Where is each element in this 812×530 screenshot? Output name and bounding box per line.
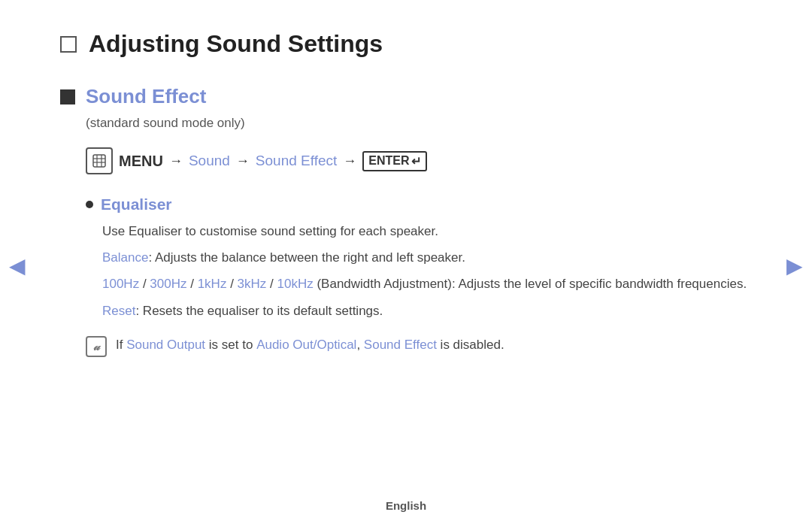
page-title-block: Adjusting Sound Settings <box>60 30 752 58</box>
note-prefix: If <box>116 338 126 352</box>
balance-label: Balance <box>102 250 148 265</box>
reset-line: Reset: Resets the equaliser to its defau… <box>102 301 752 321</box>
reset-label: Reset <box>102 304 135 318</box>
equaliser-description-block: Use Equaliser to customise sound setting… <box>102 221 752 321</box>
freq-separator-1: / <box>143 277 150 291</box>
note-block: 𝓊 If Sound Output is set to Audio Out/Op… <box>86 335 752 357</box>
equaliser-title: Equaliser <box>101 195 172 214</box>
freq-10k: 10kHz <box>277 277 314 291</box>
freq-1k: 1kHz <box>198 277 227 291</box>
freq-separator-4: / <box>270 277 277 291</box>
note-icon: 𝓊 <box>86 336 107 357</box>
reset-desc: : Resets the equaliser to its default se… <box>135 304 383 318</box>
note-text: If Sound Output is set to Audio Out/Opti… <box>116 335 504 355</box>
note-sound-output: Sound Output <box>126 338 205 352</box>
svg-rect-0 <box>93 155 105 167</box>
menu-remote-icon <box>86 147 113 174</box>
nav-arrow-right[interactable]: ▶ <box>786 253 803 277</box>
page-container: Adjusting Sound Settings Sound Effect (s… <box>0 0 812 530</box>
note-suffix: is disabled. <box>437 338 504 352</box>
bullet-dot-icon <box>86 201 93 208</box>
balance-line: Balance: Adjusts the balance between the… <box>102 247 752 268</box>
note-sound-effect: Sound Effect <box>364 338 437 352</box>
note-audio-out: Audio Out/Optical <box>256 338 356 352</box>
equaliser-description: Use Equaliser to customise sound setting… <box>102 221 752 241</box>
sound-effect-nav-label: Sound Effect <box>256 153 337 169</box>
menu-path: MENU → Sound → Sound Effect → ENTER <box>86 147 752 174</box>
footer-language: English <box>386 499 426 512</box>
arrow1: → <box>169 153 183 169</box>
nav-arrow-left[interactable]: ◀ <box>9 253 26 277</box>
freq-300: 300Hz <box>150 277 186 291</box>
page-title: Adjusting Sound Settings <box>89 30 383 58</box>
freq-100: 100Hz <box>102 277 139 291</box>
menu-label: MENU <box>119 153 163 170</box>
sound-nav-label: Sound <box>189 153 230 169</box>
arrow2: → <box>236 153 250 169</box>
balance-desc: : Adjusts the balance between the right … <box>148 250 465 265</box>
subtitle: (standard sound mode only) <box>86 116 752 131</box>
note-comma: , <box>356 338 360 352</box>
freq-desc: (Bandwidth Adjustment): Adjusts the leve… <box>317 277 747 291</box>
equaliser-bullet: Equaliser <box>86 195 752 214</box>
section-square-icon <box>60 89 75 104</box>
section-header: Sound Effect <box>60 85 752 108</box>
note-middle: is set to <box>205 338 256 352</box>
freq-separator-2: / <box>190 277 197 291</box>
freq-3k: 3kHz <box>238 277 267 291</box>
title-checkbox-icon <box>60 36 77 53</box>
enter-label: ENTER <box>362 151 426 171</box>
section-title: Sound Effect <box>86 85 206 108</box>
freq-separator-3: / <box>230 277 237 291</box>
arrow3: → <box>343 153 356 169</box>
freq-line: 100Hz / 300Hz / 1kHz / 3kHz / 10kHz (Ban… <box>102 274 752 294</box>
